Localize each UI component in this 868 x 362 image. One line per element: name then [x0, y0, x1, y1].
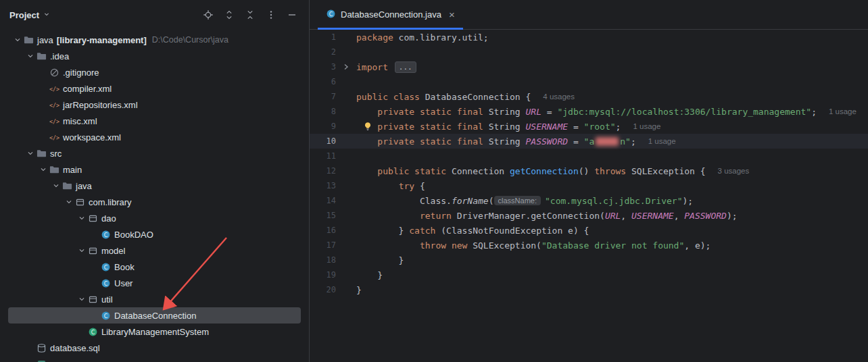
tree-item-main[interactable]: main: [8, 161, 301, 178]
line-number[interactable]: 10: [310, 136, 336, 146]
gutter[interactable]: 20: [310, 285, 356, 294]
tree-item-root-java[interactable]: java[library-management]D:\Code\Cursor\j…: [8, 32, 301, 48]
up-down-chevrons-icon[interactable]: [223, 9, 235, 21]
gutter[interactable]: 19: [310, 270, 356, 280]
gutter[interactable]: 9: [310, 122, 356, 131]
chevron-down-icon[interactable]: [38, 165, 49, 174]
tree-item-compiler-xml[interactable]: </>compiler.xml: [8, 80, 301, 97]
chevron-down-icon[interactable]: [76, 246, 87, 255]
gutter[interactable]: 11: [310, 151, 356, 161]
code-line[interactable]: 16 } catch (ClassNotFoundException e) {: [310, 223, 868, 238]
tab-databaseconnection-java[interactable]: C DatabaseConnection.java ×: [318, 0, 463, 29]
gutter[interactable]: 6: [310, 77, 356, 86]
minimize-icon[interactable]: [286, 9, 298, 21]
code-line[interactable]: 7public class DatabaseConnection {4 usag…: [310, 89, 868, 104]
line-number[interactable]: 14: [310, 196, 336, 205]
line-number[interactable]: 20: [310, 285, 336, 294]
gutter[interactable]: 17: [310, 240, 356, 250]
line-number[interactable]: 13: [310, 181, 336, 190]
line-number[interactable]: 7: [310, 92, 336, 101]
tree-item-clipped-item[interactable]: [8, 356, 301, 362]
code-line[interactable]: 12 public static Connection getConnectio…: [310, 163, 868, 178]
gutter[interactable]: 10: [310, 136, 356, 146]
tree-item-database-sql[interactable]: database.sql: [8, 340, 301, 356]
code-line[interactable]: 15 return DriverManager.getConnection(UR…: [310, 208, 868, 223]
chevron-down-icon[interactable]: [25, 149, 36, 158]
tree-item-idea[interactable]: .idea: [8, 48, 301, 64]
line-number[interactable]: 16: [310, 226, 336, 235]
code-line[interactable]: 6: [310, 74, 868, 89]
tab-close-icon[interactable]: ×: [449, 9, 455, 20]
line-number[interactable]: 9: [310, 122, 336, 131]
gutter[interactable]: 1: [310, 32, 356, 42]
chevron-down-icon[interactable]: [51, 181, 62, 190]
gutter[interactable]: 7: [310, 92, 356, 101]
code-line[interactable]: 8 private static final String URL = "jdb…: [310, 104, 868, 119]
tree-item-java[interactable]: java: [8, 178, 301, 194]
tree-item-com-library[interactable]: com.library: [8, 194, 301, 210]
gutter[interactable]: 2: [310, 47, 356, 57]
code-line[interactable]: 3import ...: [310, 59, 868, 74]
code-line[interactable]: 17 throw new SQLException("Database driv…: [310, 238, 868, 253]
tree-item-model[interactable]: model: [8, 242, 301, 259]
usages-inlay-hint[interactable]: 4 usages: [543, 93, 575, 101]
line-number[interactable]: 3: [310, 62, 336, 72]
target-icon[interactable]: [202, 9, 214, 21]
fold-chevron-right-icon[interactable]: [336, 63, 356, 70]
code-line[interactable]: 19 }: [310, 267, 868, 282]
gutter[interactable]: 12: [310, 166, 356, 176]
code-editor[interactable]: 1package com.library.util;23import ...67…: [310, 30, 868, 362]
line-number[interactable]: 15: [310, 211, 336, 220]
line-number[interactable]: 2: [310, 47, 336, 57]
chevron-down-icon[interactable]: [64, 197, 74, 207]
code-line[interactable]: 18 }: [310, 253, 868, 267]
gutter[interactable]: 13: [310, 181, 356, 190]
tree-item-workspace-xml[interactable]: </>workspace.xml: [8, 129, 301, 145]
usages-inlay-hint[interactable]: 1 usage: [829, 107, 857, 115]
gutter[interactable]: 14: [310, 196, 356, 205]
kebab-menu-icon[interactable]: [265, 9, 277, 21]
project-panel-title[interactable]: Project: [9, 10, 51, 20]
tree-item-user[interactable]: CUser: [8, 275, 301, 291]
code-line[interactable]: 9 private static final String USERNAME =…: [310, 119, 868, 134]
usages-inlay-hint[interactable]: 3 usages: [718, 167, 750, 175]
gutter[interactable]: 16: [310, 226, 356, 235]
code-line[interactable]: 14 Class.forName(className:"com.mysql.cj…: [310, 193, 868, 208]
line-number[interactable]: 8: [310, 107, 336, 116]
code-line[interactable]: 13 try {: [310, 178, 868, 193]
code-line[interactable]: 10 private static final String PASSWORD …: [310, 134, 868, 149]
line-number[interactable]: 12: [310, 166, 336, 176]
line-number[interactable]: 1: [310, 32, 336, 42]
chevron-down-icon[interactable]: [76, 213, 87, 223]
usages-inlay-hint[interactable]: 1 usage: [648, 137, 676, 145]
code-line[interactable]: 2: [310, 45, 868, 59]
tree-item-book[interactable]: CBook: [8, 259, 301, 275]
intention-bulb-icon[interactable]: [363, 122, 372, 131]
line-number[interactable]: 6: [310, 77, 336, 86]
tree-item-misc-xml[interactable]: </>misc.xml: [8, 113, 301, 129]
tree-item-databaseconnection[interactable]: CDatabaseConnection: [8, 307, 301, 324]
chevron-down-icon[interactable]: [12, 35, 23, 45]
collapse-all-icon[interactable]: [244, 9, 256, 21]
gutter[interactable]: 18: [310, 255, 356, 265]
chevron-down-icon[interactable]: [76, 294, 87, 304]
tree-item-librarymanagementsystem[interactable]: CLibraryManagementSystem: [8, 324, 301, 340]
line-number[interactable]: 11: [310, 151, 336, 161]
code-line[interactable]: 11: [310, 149, 868, 163]
code-line[interactable]: 1package com.library.util;: [310, 30, 868, 45]
tree-item-gitignore[interactable]: .gitignore: [8, 64, 301, 80]
line-number[interactable]: 18: [310, 255, 336, 265]
tree-item-src[interactable]: src: [8, 145, 301, 161]
chevron-down-icon[interactable]: [25, 51, 36, 61]
code-line[interactable]: 20}: [310, 282, 868, 297]
gutter[interactable]: 15: [310, 211, 356, 220]
gutter[interactable]: 8: [310, 107, 356, 116]
tree-item-bookdao[interactable]: CBookDAO: [8, 226, 301, 242]
tree-item-util[interactable]: util: [8, 291, 301, 307]
line-number[interactable]: 19: [310, 270, 336, 280]
tree-item-jarrepositories-xml[interactable]: </>jarRepositories.xml: [8, 97, 301, 113]
line-number[interactable]: 17: [310, 240, 336, 250]
tree-item-dao[interactable]: dao: [8, 210, 301, 226]
usages-inlay-hint[interactable]: 1 usage: [633, 122, 660, 130]
gutter[interactable]: 3: [310, 62, 356, 72]
